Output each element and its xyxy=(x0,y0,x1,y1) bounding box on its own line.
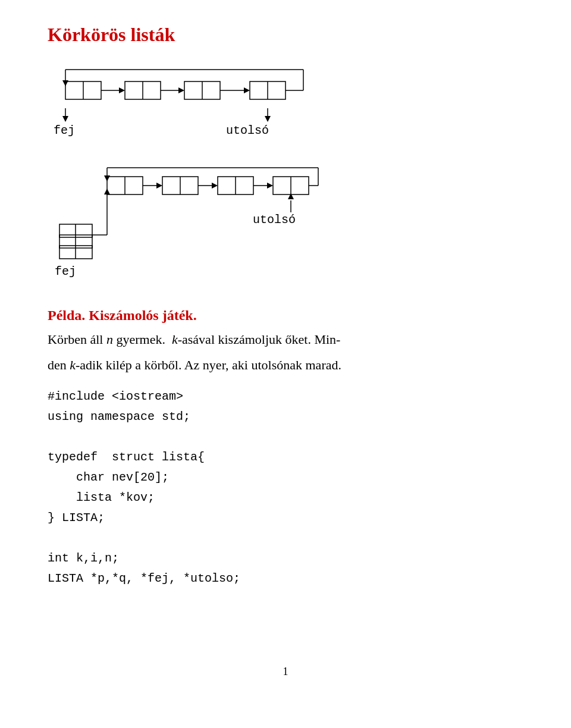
svg-marker-43 xyxy=(104,175,110,181)
svg-marker-53 xyxy=(104,189,110,194)
body-text-1: Körben áll n gyermek. k-asával kiszámolj… xyxy=(48,330,523,349)
svg-marker-32 xyxy=(212,183,218,189)
svg-marker-36 xyxy=(267,183,273,189)
page-title: Körkörös listák xyxy=(48,24,523,46)
code-block: #include <iostream> using namespace std;… xyxy=(48,387,523,589)
svg-marker-23 xyxy=(265,116,271,122)
svg-text:utolsó: utolsó xyxy=(253,213,296,227)
svg-marker-7 xyxy=(178,87,184,93)
body-text-2: den k-adik kilép a körből. Az nyer, aki … xyxy=(48,355,523,375)
var-k-1: k xyxy=(172,332,178,347)
svg-text:fej: fej xyxy=(54,124,75,137)
diagram-section-1: fej utolsó xyxy=(48,64,523,141)
page-number: 1 xyxy=(283,666,288,678)
svg-marker-11 xyxy=(244,87,250,93)
page-content: Körkörös listák xyxy=(48,24,523,702)
svg-text:fej: fej xyxy=(55,265,76,278)
svg-marker-18 xyxy=(62,80,68,86)
var-k-2: k xyxy=(70,357,76,372)
svg-marker-20 xyxy=(62,116,68,122)
svg-marker-28 xyxy=(156,183,162,189)
diagram-section-2: utolsó fej xyxy=(48,165,523,284)
var-n: n xyxy=(106,332,113,347)
diagram-1: fej utolsó xyxy=(48,64,393,141)
example-heading: Példa. Kiszámolós játék. xyxy=(48,307,523,324)
diagram-2: utolsó fej xyxy=(48,165,393,284)
svg-text:utolsó: utolsó xyxy=(226,124,269,137)
svg-marker-3 xyxy=(119,87,125,93)
